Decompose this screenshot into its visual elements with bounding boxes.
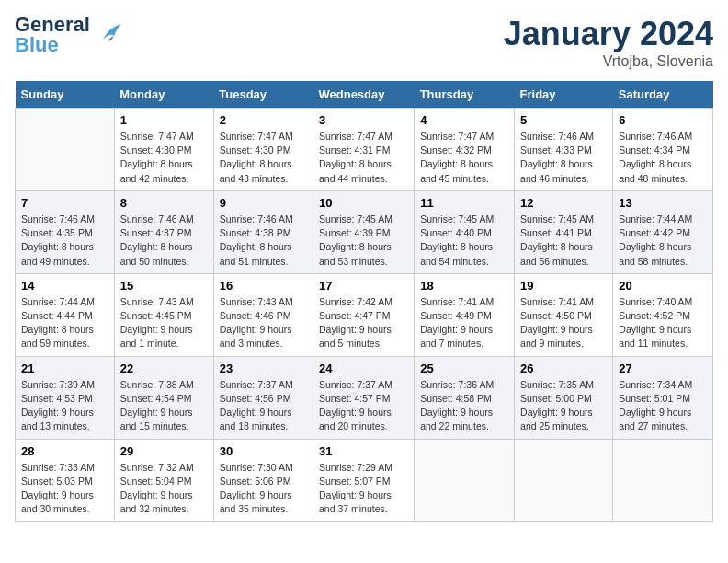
- calendar-cell: [415, 439, 515, 522]
- week-row-1: 1Sunrise: 7:47 AM Sunset: 4:30 PM Daylig…: [16, 109, 713, 191]
- day-number: 1: [120, 113, 208, 127]
- weekday-header-thursday: Thursday: [415, 81, 515, 109]
- weekday-header-monday: Monday: [114, 81, 213, 109]
- day-number: 3: [319, 113, 408, 127]
- day-info: Sunrise: 7:44 AM Sunset: 4:42 PM Dayligh…: [619, 213, 707, 269]
- day-number: 8: [120, 196, 208, 210]
- calendar-cell: 27Sunrise: 7:34 AM Sunset: 5:01 PM Dayli…: [613, 356, 713, 439]
- day-number: 15: [120, 279, 208, 293]
- day-info: Sunrise: 7:45 AM Sunset: 4:41 PM Dayligh…: [520, 213, 607, 269]
- day-info: Sunrise: 7:43 AM Sunset: 4:46 PM Dayligh…: [220, 295, 307, 351]
- day-info: Sunrise: 7:30 AM Sunset: 5:06 PM Dayligh…: [220, 461, 307, 517]
- page-header: GeneralBlue January 2024 Vrtojba, Sloven…: [15, 15, 713, 70]
- day-number: 14: [21, 279, 108, 293]
- day-number: 30: [220, 444, 307, 458]
- day-number: 7: [21, 196, 108, 210]
- day-info: Sunrise: 7:46 AM Sunset: 4:37 PM Dayligh…: [120, 213, 208, 269]
- calendar-cell: 2Sunrise: 7:47 AM Sunset: 4:30 PM Daylig…: [213, 109, 313, 191]
- day-info: Sunrise: 7:41 AM Sunset: 4:49 PM Dayligh…: [420, 295, 508, 351]
- week-row-4: 21Sunrise: 7:39 AM Sunset: 4:53 PM Dayli…: [16, 356, 713, 439]
- calendar-cell: 28Sunrise: 7:33 AM Sunset: 5:03 PM Dayli…: [16, 439, 115, 522]
- calendar-cell: 8Sunrise: 7:46 AM Sunset: 4:37 PM Daylig…: [114, 190, 213, 273]
- day-number: 6: [619, 113, 707, 127]
- calendar-cell: 6Sunrise: 7:46 AM Sunset: 4:34 PM Daylig…: [613, 109, 713, 191]
- week-row-3: 14Sunrise: 7:44 AM Sunset: 4:44 PM Dayli…: [16, 273, 713, 356]
- day-number: 19: [520, 279, 607, 293]
- calendar-table: SundayMondayTuesdayWednesdayThursdayFrid…: [15, 81, 713, 522]
- title-section: January 2024 Vrtojba, Slovenia: [504, 15, 713, 70]
- calendar-cell: 25Sunrise: 7:36 AM Sunset: 4:58 PM Dayli…: [415, 356, 515, 439]
- calendar-cell: 9Sunrise: 7:46 AM Sunset: 4:38 PM Daylig…: [213, 190, 313, 273]
- day-number: 31: [319, 444, 408, 458]
- day-info: Sunrise: 7:45 AM Sunset: 4:40 PM Dayligh…: [420, 213, 508, 269]
- day-info: Sunrise: 7:47 AM Sunset: 4:32 PM Dayligh…: [420, 130, 508, 186]
- day-number: 26: [520, 362, 607, 375]
- calendar-cell: 18Sunrise: 7:41 AM Sunset: 4:49 PM Dayli…: [415, 273, 515, 356]
- day-number: 11: [420, 196, 508, 210]
- day-info: Sunrise: 7:44 AM Sunset: 4:44 PM Dayligh…: [21, 295, 108, 351]
- calendar-cell: 20Sunrise: 7:40 AM Sunset: 4:52 PM Dayli…: [613, 273, 713, 356]
- day-info: Sunrise: 7:38 AM Sunset: 4:54 PM Dayligh…: [120, 378, 208, 434]
- day-number: 12: [520, 196, 607, 210]
- day-number: 13: [619, 196, 707, 210]
- weekday-header-sunday: Sunday: [16, 81, 115, 109]
- day-info: Sunrise: 7:34 AM Sunset: 5:01 PM Dayligh…: [619, 378, 707, 434]
- calendar-cell: 29Sunrise: 7:32 AM Sunset: 5:04 PM Dayli…: [114, 439, 213, 522]
- day-number: 21: [21, 362, 108, 375]
- day-info: Sunrise: 7:46 AM Sunset: 4:35 PM Dayligh…: [21, 213, 108, 269]
- day-info: Sunrise: 7:42 AM Sunset: 4:47 PM Dayligh…: [319, 295, 408, 351]
- day-number: 5: [520, 113, 607, 127]
- calendar-cell: 7Sunrise: 7:46 AM Sunset: 4:35 PM Daylig…: [16, 190, 115, 273]
- calendar-cell: 26Sunrise: 7:35 AM Sunset: 5:00 PM Dayli…: [515, 356, 613, 439]
- calendar-cell: 31Sunrise: 7:29 AM Sunset: 5:07 PM Dayli…: [313, 439, 414, 522]
- day-number: 29: [120, 444, 208, 458]
- calendar-cell: 22Sunrise: 7:38 AM Sunset: 4:54 PM Dayli…: [114, 356, 213, 439]
- day-number: 27: [619, 362, 707, 375]
- month-title: January 2024: [504, 15, 713, 53]
- day-info: Sunrise: 7:37 AM Sunset: 4:56 PM Dayligh…: [220, 378, 307, 434]
- day-info: Sunrise: 7:32 AM Sunset: 5:04 PM Dayligh…: [120, 461, 208, 517]
- calendar-cell: 16Sunrise: 7:43 AM Sunset: 4:46 PM Dayli…: [213, 273, 313, 356]
- calendar-cell: 19Sunrise: 7:41 AM Sunset: 4:50 PM Dayli…: [515, 273, 613, 356]
- day-info: Sunrise: 7:46 AM Sunset: 4:34 PM Dayligh…: [619, 130, 707, 186]
- calendar-cell: 13Sunrise: 7:44 AM Sunset: 4:42 PM Dayli…: [613, 190, 713, 273]
- calendar-cell: 23Sunrise: 7:37 AM Sunset: 4:56 PM Dayli…: [213, 356, 313, 439]
- day-number: 10: [319, 196, 408, 210]
- logo-bird-icon: [96, 19, 123, 47]
- day-number: 23: [220, 362, 307, 375]
- week-row-2: 7Sunrise: 7:46 AM Sunset: 4:35 PM Daylig…: [16, 190, 713, 273]
- weekday-header-friday: Friday: [515, 81, 613, 109]
- location: Vrtojba, Slovenia: [504, 53, 713, 70]
- day-info: Sunrise: 7:41 AM Sunset: 4:50 PM Dayligh…: [520, 295, 607, 351]
- day-info: Sunrise: 7:47 AM Sunset: 4:30 PM Dayligh…: [120, 130, 208, 186]
- day-info: Sunrise: 7:47 AM Sunset: 4:31 PM Dayligh…: [319, 130, 408, 186]
- day-info: Sunrise: 7:35 AM Sunset: 5:00 PM Dayligh…: [520, 378, 607, 434]
- day-number: 9: [220, 196, 307, 210]
- day-number: 17: [319, 279, 408, 293]
- calendar-cell: 3Sunrise: 7:47 AM Sunset: 4:31 PM Daylig…: [313, 109, 414, 191]
- calendar-cell: 30Sunrise: 7:30 AM Sunset: 5:06 PM Dayli…: [213, 439, 313, 522]
- day-info: Sunrise: 7:37 AM Sunset: 4:57 PM Dayligh…: [319, 378, 408, 434]
- calendar-cell: 14Sunrise: 7:44 AM Sunset: 4:44 PM Dayli…: [16, 273, 115, 356]
- weekday-header-row: SundayMondayTuesdayWednesdayThursdayFrid…: [16, 81, 713, 109]
- calendar-cell: 11Sunrise: 7:45 AM Sunset: 4:40 PM Dayli…: [415, 190, 515, 273]
- day-info: Sunrise: 7:29 AM Sunset: 5:07 PM Dayligh…: [319, 461, 408, 517]
- calendar-cell: 17Sunrise: 7:42 AM Sunset: 4:47 PM Dayli…: [313, 273, 414, 356]
- calendar-cell: 12Sunrise: 7:45 AM Sunset: 4:41 PM Dayli…: [515, 190, 613, 273]
- day-info: Sunrise: 7:46 AM Sunset: 4:38 PM Dayligh…: [220, 213, 307, 269]
- day-number: 16: [220, 279, 307, 293]
- calendar-cell: 10Sunrise: 7:45 AM Sunset: 4:39 PM Dayli…: [313, 190, 414, 273]
- weekday-header-saturday: Saturday: [613, 81, 713, 109]
- calendar-cell: [515, 439, 613, 522]
- calendar-cell: 4Sunrise: 7:47 AM Sunset: 4:32 PM Daylig…: [415, 109, 515, 191]
- day-info: Sunrise: 7:43 AM Sunset: 4:45 PM Dayligh…: [120, 295, 208, 351]
- calendar-cell: 5Sunrise: 7:46 AM Sunset: 4:33 PM Daylig…: [515, 109, 613, 191]
- week-row-5: 28Sunrise: 7:33 AM Sunset: 5:03 PM Dayli…: [16, 439, 713, 522]
- day-info: Sunrise: 7:33 AM Sunset: 5:03 PM Dayligh…: [21, 461, 108, 517]
- calendar-cell: [16, 109, 115, 191]
- logo: GeneralBlue: [15, 15, 123, 55]
- day-number: 24: [319, 362, 408, 375]
- calendar-cell: 15Sunrise: 7:43 AM Sunset: 4:45 PM Dayli…: [114, 273, 213, 356]
- day-info: Sunrise: 7:39 AM Sunset: 4:53 PM Dayligh…: [21, 378, 108, 434]
- day-info: Sunrise: 7:46 AM Sunset: 4:33 PM Dayligh…: [520, 130, 607, 186]
